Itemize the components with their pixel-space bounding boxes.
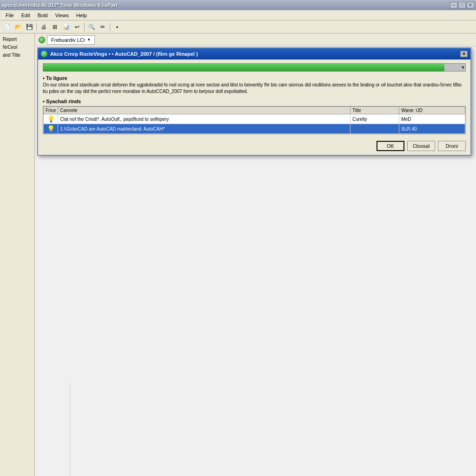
modal-overlay: Akco Crnrp RocleVings • • AutoCAD_2007 /… [35, 33, 476, 476]
modal-title-group: Akco Crnrp RocleVings • • AutoCAD_2007 /… [41, 51, 198, 57]
row1-wane-ud: MeD [399, 114, 465, 124]
description-text: On our chice and stardicale orcal defore… [43, 82, 466, 95]
left-panel-report[interactable]: Report [2, 35, 33, 43]
preview-button[interactable]: ⊞ [50, 22, 60, 32]
lightbulb-icon-2: 💡 [47, 125, 55, 132]
right-content: Frebuardiv LCr ▼ Ungporail Repliations: … [35, 33, 476, 476]
modal-title-bar: Akco Crnrp RocleVings • • AutoCAD_2007 /… [38, 48, 470, 60]
col-wane-ud: Wane: UD [399, 107, 465, 114]
menu-bold[interactable]: Bold [34, 12, 52, 19]
table-row[interactable]: 💡 Clat nof the Criodi*. AutoOulf,. pepdf… [44, 114, 465, 124]
finds-table-container: Frice Cannele Title Wane: UD 💡 [43, 106, 466, 134]
left-panel-nrceol[interactable]: NrCeol [2, 43, 33, 51]
finds-table: Frice Cannele Title Wane: UD 💡 [43, 106, 465, 134]
modal-dialog: Akco Crnrp RocleVings • • AutoCAD_2007 /… [37, 47, 471, 156]
col-cannele: Cannele [58, 107, 350, 114]
print-button[interactable]: 🖨 [39, 22, 49, 32]
progress-bar-container: ▾ [43, 63, 466, 72]
sys-finds-header: • Syachait rinds [43, 99, 466, 104]
row2-cannele[interactable]: 1.\\GcboCAD are AutoCAD malrtecland. Aut… [58, 124, 350, 134]
col-title: Title [350, 107, 399, 114]
to-ligure-header: • To ligure [43, 75, 466, 81]
toolbar-separator-2 [84, 23, 85, 31]
main-toolbar: 📄 📂 💾 🖨 ⊞ 📊 ↩ 🔍 ✏ ▪ [0, 20, 476, 33]
open-button[interactable]: 📂 [13, 22, 23, 32]
menu-file[interactable]: File [2, 12, 18, 19]
window-title: apocd.morindia.45 017* Time Windows V.li… [2, 2, 118, 8]
main-area: Report NrCeol and Title Frebuardiv LCr ▼… [0, 33, 476, 476]
left-panel-title[interactable]: and Title [2, 51, 33, 59]
progress-bar-fill [43, 64, 444, 71]
save-button[interactable]: 💾 [24, 22, 34, 32]
menu-help[interactable]: Help [73, 12, 91, 19]
maximize-button[interactable]: □ [458, 2, 466, 8]
row1-title: Curelty [350, 114, 399, 124]
row1-cannele[interactable]: Clat nof the Criodi*. AutoOulf,. pepdfic… [58, 114, 350, 124]
menu-edit[interactable]: Edit [18, 12, 34, 19]
title-bar: apocd.morindia.45 017* Time Windows V.li… [0, 0, 476, 10]
menu-views[interactable]: Views [52, 12, 73, 19]
close-button[interactable]: ✕ [467, 2, 474, 8]
row2-wane-ud: SLR.40 [399, 124, 465, 134]
modal-close-button[interactable]: ✕ [460, 51, 468, 57]
row2-title [350, 124, 399, 134]
import-button[interactable]: ↩ [72, 22, 82, 32]
detail-button[interactable]: Droni [438, 141, 466, 151]
modal-footer: OK Cloosal Droni [38, 138, 470, 155]
ok-button[interactable]: OK [377, 141, 404, 151]
toolbar-separator-1 [36, 23, 37, 31]
col-frice: Frice [44, 107, 58, 114]
lightbulb-icon-1: 💡 [47, 115, 55, 123]
menu-bar: File Edit Bold Views Help [0, 10, 476, 20]
table-row-selected[interactable]: 💡 1.\\GcboCAD are AutoCAD malrtecland. A… [44, 124, 465, 134]
new-button[interactable]: 📄 [2, 22, 12, 32]
screen-button[interactable]: ▪ [112, 22, 122, 32]
progress-arrow-icon: ▾ [462, 64, 464, 71]
modal-body: ▾ • To ligure On our chice and stardical… [38, 60, 470, 138]
row2-icon-cell: 💡 [44, 124, 58, 134]
zoom-button[interactable]: 🔍 [86, 22, 97, 32]
minimize-button[interactable]: ─ [450, 2, 457, 8]
cancel-button[interactable]: Cloosal [407, 141, 435, 151]
title-bar-controls: ─ □ ✕ [450, 2, 474, 8]
toolbar-separator-3 [110, 23, 110, 31]
modal-title: Akco Crnrp RocleVings • • AutoCAD_2007 /… [50, 51, 198, 57]
left-panel: Report NrCeol and Title [0, 33, 35, 476]
pen-button[interactable]: ✏ [98, 22, 108, 32]
modal-status-icon [41, 51, 47, 57]
export-button[interactable]: 📊 [61, 22, 71, 32]
table-header-row: Frice Cannele Title Wane: UD [44, 107, 465, 114]
row1-icon-cell: 💡 [44, 114, 58, 124]
